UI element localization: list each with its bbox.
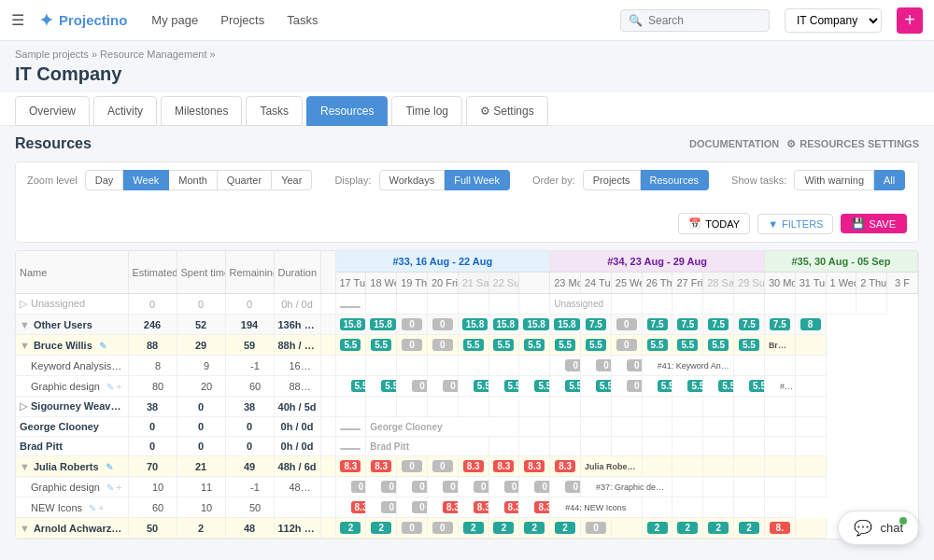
- expand-icon[interactable]: ▼: [20, 523, 30, 534]
- row-name: Coding - leftovers ✎+: [16, 539, 128, 540]
- row-spent: 0: [177, 397, 225, 417]
- gantt-cell: 15.8: [370, 318, 395, 330]
- add-button[interactable]: +: [897, 7, 923, 34]
- row-dur: 40h / 5d: [274, 397, 320, 417]
- gantt-cell: 8.3: [474, 501, 488, 513]
- gantt-cell: 8: [800, 318, 821, 330]
- today-button[interactable]: 📅 TODAY: [678, 213, 750, 234]
- row-est: 80: [128, 376, 177, 397]
- gantt-cell: 0: [412, 481, 427, 493]
- nav-tasks[interactable]: Tasks: [277, 9, 327, 31]
- resources-table-container: Name Estimated ti Spent time Remaining t…: [15, 250, 919, 539]
- display-control: Display: Workdays Full Week: [334, 170, 510, 190]
- edit-icon[interactable]: ✎: [89, 503, 96, 513]
- zoom-quarter[interactable]: Quarter: [218, 170, 272, 190]
- nav-mypage[interactable]: My page: [142, 9, 207, 31]
- table-row: ▼Other Users 246 52 194 136h / 17d 15.8 …: [16, 315, 918, 335]
- gantt-cell: 8.3: [504, 501, 519, 513]
- gantt-cell: 5.5: [687, 380, 702, 392]
- tab-timelog[interactable]: Time log: [391, 96, 462, 126]
- order-control: Order by: Projects Resources: [532, 170, 709, 190]
- top-bar: ☰ ✦ Projectino My page Projects Tasks 🔍 …: [0, 0, 934, 41]
- row-est: 50: [128, 518, 177, 539]
- table-row: NEW Icons ✎+ 60 10 50 8.3 0 0 8.3 8.3 8.…: [16, 497, 918, 518]
- expand-icon[interactable]: ▼: [20, 319, 30, 330]
- gantt-cell: 0: [534, 481, 549, 493]
- section-actions: DOCUMENTATION ⚙ RESOURCES SETTINGS: [689, 138, 919, 150]
- gantt-cell: 5.5: [534, 380, 549, 392]
- chat-button[interactable]: 💬 chat: [838, 511, 919, 545]
- tab-milestones[interactable]: Milestones: [161, 96, 242, 126]
- tab-settings[interactable]: ⚙ Settings: [466, 96, 548, 126]
- expand-icon[interactable]: ▷: [20, 298, 27, 309]
- day-2: 2 Thu: [856, 273, 887, 294]
- show-all[interactable]: All: [874, 170, 905, 190]
- add-task-icon[interactable]: +: [98, 502, 104, 513]
- row-remain: -1: [225, 356, 274, 376]
- edit-icon[interactable]: ✎: [106, 462, 113, 472]
- gantt-cell: 5.5: [474, 380, 488, 392]
- filter-button[interactable]: ▼ FILTERS: [757, 214, 833, 234]
- display-fullweek[interactable]: Full Week: [445, 170, 510, 190]
- row-spent: 2: [177, 518, 225, 539]
- row-spent: 0: [177, 294, 225, 315]
- gantt-cell: 8.3: [351, 501, 366, 513]
- row-est: 0: [128, 417, 177, 437]
- row-est: 0: [128, 437, 177, 456]
- expand-icon[interactable]: ▼: [20, 461, 30, 472]
- day-31: 31 Tue: [795, 273, 826, 294]
- gantt-cell: 5.5: [749, 380, 764, 392]
- zoom-week[interactable]: Week: [123, 170, 169, 190]
- breadcrumb: Sample projects » Resource Management »: [0, 41, 934, 62]
- day-28: 28 Sat: [703, 273, 734, 294]
- resources-settings-link[interactable]: ⚙ RESOURCES SETTINGS: [786, 138, 919, 150]
- tab-tasks[interactable]: Tasks: [246, 96, 303, 126]
- gantt-cell: 8.3: [371, 460, 391, 472]
- expand-icon[interactable]: ▼: [20, 340, 30, 351]
- gantt-cell: 7.5: [677, 318, 698, 330]
- add-task-icon[interactable]: +: [116, 482, 121, 493]
- display-label: Display:: [334, 175, 371, 186]
- row-remain: 0: [225, 294, 274, 315]
- row-dur: 48h / 6d: [274, 456, 320, 477]
- tab-resources[interactable]: Resources: [306, 96, 388, 126]
- order-projects[interactable]: Projects: [583, 170, 641, 190]
- day-1: 1 Wed: [826, 273, 856, 294]
- order-resources[interactable]: Resources: [641, 170, 710, 190]
- save-button[interactable]: 💾 SAVE: [841, 214, 907, 233]
- row-remain: 49: [225, 456, 274, 477]
- gantt-cell: 2: [708, 522, 729, 534]
- add-task-icon[interactable]: +: [116, 381, 121, 392]
- tab-overview[interactable]: Overview: [15, 96, 90, 126]
- show-tasks-label: Show tasks:: [731, 175, 786, 186]
- company-select[interactable]: IT Company: [785, 8, 882, 33]
- edit-icon[interactable]: ✎: [118, 361, 125, 371]
- nav-projects[interactable]: Projects: [211, 9, 274, 31]
- gantt-cell: 15.8: [493, 318, 518, 330]
- zoom-btn-group: Day Week Month Quarter Year: [85, 170, 313, 190]
- gantt-cell: 0: [616, 318, 637, 330]
- edit-icon[interactable]: ✎: [99, 341, 106, 351]
- hamburger-icon[interactable]: ☰: [11, 11, 24, 29]
- zoom-year[interactable]: Year: [272, 170, 312, 190]
- search-icon: 🔍: [629, 14, 643, 27]
- edit-icon[interactable]: ✎: [106, 483, 114, 493]
- show-warning[interactable]: With warning: [794, 170, 874, 190]
- edit-icon[interactable]: ✎: [106, 382, 114, 392]
- show-tasks-control: Show tasks: With warning All: [731, 170, 905, 190]
- gantt-label: Unassigned: [550, 294, 612, 315]
- page-title: IT Company: [0, 62, 934, 92]
- row-remain: 20: [225, 539, 274, 540]
- documentation-link[interactable]: DOCUMENTATION: [689, 138, 779, 149]
- gantt-label: Brad Pitt: [366, 437, 488, 456]
- tab-activity[interactable]: Activity: [93, 96, 157, 126]
- day-30: 30 Mon: [764, 273, 795, 294]
- expand-icon[interactable]: ▷: [20, 400, 27, 412]
- row-spent: 52: [177, 315, 225, 335]
- search-input[interactable]: [648, 14, 760, 27]
- zoom-day[interactable]: Day: [85, 170, 124, 190]
- display-workdays[interactable]: Workdays: [379, 170, 446, 190]
- row-name: NEW Icons ✎+: [16, 497, 128, 518]
- order-label: Order by:: [532, 175, 575, 186]
- zoom-month[interactable]: Month: [169, 170, 218, 190]
